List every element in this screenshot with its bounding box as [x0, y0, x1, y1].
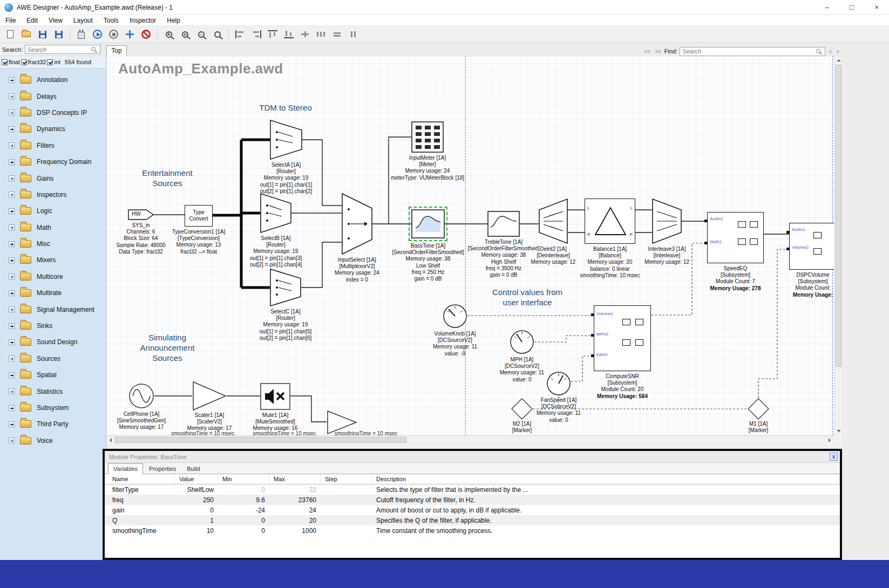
module-mute1[interactable]: Mute1 [1A][MuteSmoothed]Memory usage: 16 — [260, 383, 290, 410]
tab-variables[interactable]: Variables — [108, 463, 143, 474]
sidebar-item[interactable]: Sources — [0, 351, 106, 367]
module-trebletone[interactable]: TrebleTone [1A][SecondOrderFilterSmoothe… — [487, 211, 520, 237]
sidebar-item[interactable]: Signal Management — [0, 301, 106, 317]
sidebar-item[interactable]: Delays — [0, 88, 106, 104]
find-next-all-button[interactable]: >> — [654, 48, 662, 55]
table-row[interactable]: freq 250 9.6 23760 Cutoff frequency of t… — [105, 495, 840, 505]
expand-plus-icon[interactable] — [9, 126, 15, 132]
module-m2-marker[interactable]: M2 [1A][Marker] — [511, 398, 533, 420]
cell-value[interactable]: 1 — [175, 515, 218, 525]
module-interleave3[interactable]: Interleave3 [1A][Interleave]Memory usage… — [652, 199, 682, 244]
tab-properties[interactable]: Properties — [144, 464, 181, 474]
menu-item[interactable]: View — [43, 16, 68, 25]
module-dspcvolume-subsystem[interactable]: Audio1 Volume2 DSPCVolume[Subsystem]Modu… — [789, 223, 837, 270]
sidebar-item[interactable]: Multicore — [0, 269, 106, 285]
align-bottom-icon[interactable] — [281, 28, 296, 42]
expand-plus-icon[interactable] — [9, 437, 15, 443]
module-fanspeed[interactable]: FanSpeed [1A][DCSourceV2]Memory usage: 1… — [546, 371, 571, 396]
scroll-left-icon[interactable] — [106, 436, 114, 443]
expand-plus-icon[interactable] — [9, 323, 15, 329]
tab-build[interactable]: Build — [182, 464, 205, 474]
menu-item[interactable]: Help — [161, 16, 186, 25]
stop-icon[interactable] — [106, 28, 121, 42]
expand-plus-icon[interactable] — [9, 142, 15, 148]
expand-plus-icon[interactable] — [9, 241, 15, 247]
run-icon[interactable] — [90, 28, 105, 42]
module-typeconversion1[interactable]: TypeConvert TypeConversion1 [1A][TypeCon… — [185, 205, 213, 227]
expand-plus-icon[interactable] — [9, 421, 15, 427]
type-filter[interactable]: fract32 — [21, 59, 46, 65]
sidebar-item[interactable]: Frequency Domain — [0, 154, 106, 170]
expand-plus-icon[interactable] — [9, 372, 15, 378]
expand-plus-icon[interactable] — [9, 339, 15, 345]
zoom-out-icon[interactable] — [194, 28, 208, 42]
sidebar-item[interactable]: Gains — [0, 170, 106, 186]
vertical-scrollbar[interactable] — [834, 56, 842, 443]
module-selecta[interactable]: SelectA [1A][Router]Memory usage: 19out[… — [270, 120, 302, 160]
expand-plus-icon[interactable] — [9, 110, 15, 115]
open-folder-icon[interactable] — [19, 28, 33, 42]
new-file-icon[interactable] — [3, 28, 17, 42]
align-center-icon[interactable] — [297, 28, 312, 42]
horizontal-scrollbar[interactable] — [106, 435, 834, 443]
minimize-button[interactable]: – — [815, 0, 839, 15]
checkbox-checked-icon[interactable] — [47, 59, 53, 65]
expand-plus-icon[interactable] — [9, 192, 15, 197]
match-width-icon[interactable] — [330, 28, 344, 42]
search-input[interactable] — [25, 45, 100, 54]
module-inputselect[interactable]: InputSelect [1A][MultiplexorV2]Memory us… — [342, 193, 372, 255]
sidebar-item[interactable]: Math — [0, 220, 106, 236]
table-row[interactable]: smoothingTime 10 0 1000 Time constant of… — [105, 525, 840, 536]
sidebar-item[interactable]: Logic — [0, 203, 106, 219]
sidebar-item[interactable]: Mixers — [0, 252, 106, 268]
save-icon[interactable] — [35, 28, 50, 42]
halt-icon[interactable] — [139, 28, 153, 42]
sidebar-item[interactable]: Multirate — [0, 285, 106, 301]
checkbox-checked-icon[interactable] — [21, 59, 27, 65]
table-row[interactable]: Q 1 0 20 Specifies the Q of the filter, … — [105, 515, 840, 525]
cell-value[interactable]: ShelfLow — [175, 484, 218, 495]
match-height-icon[interactable] — [346, 28, 361, 42]
module-selectb[interactable]: SelectB [1A][Router]Memory usage: 19out[… — [260, 193, 291, 233]
align-top-icon[interactable] — [265, 28, 280, 42]
find-next-button[interactable]: > — [835, 48, 840, 55]
zoom-fit-icon[interactable] — [178, 28, 192, 42]
expand-plus-icon[interactable] — [9, 274, 15, 279]
module-selectc[interactable]: SelectC [1A][Router]Memory usage: 19out[… — [270, 269, 301, 306]
expand-plus-icon[interactable] — [9, 290, 15, 296]
sidebar-item[interactable]: Statistics — [0, 383, 106, 399]
sidebar-item[interactable]: Subsystem — [0, 400, 106, 416]
expand-plus-icon[interactable] — [9, 405, 15, 411]
sidebar-item[interactable]: Dynamics — [0, 121, 106, 137]
module-m1-marker[interactable]: M1 [1A][Marker] — [748, 398, 769, 420]
align-left-icon[interactable] — [233, 28, 247, 42]
sidebar-item[interactable]: Annotation — [0, 72, 106, 88]
cell-value[interactable]: 10 — [175, 525, 218, 536]
properties-header[interactable]: Module Properties: BassTone x — [105, 451, 840, 463]
expand-plus-icon[interactable] — [9, 175, 15, 181]
module-sys-in[interactable]: HW SYS_inChannels: 6Block Size: 64Sample… — [128, 209, 154, 220]
type-filter[interactable]: float — [2, 59, 20, 65]
scroll-down-icon[interactable] — [834, 427, 842, 435]
zoom-in-icon[interactable] — [161, 28, 176, 42]
tab-top[interactable]: Top — [106, 45, 127, 56]
module-basstone-selected[interactable]: BassTone [1A][SecondOrderFilterSmoothed]… — [411, 209, 445, 238]
sidebar-item[interactable]: Misc — [0, 236, 106, 252]
find-prev-button[interactable]: < — [827, 48, 833, 55]
module-speedeq-subsystem[interactable]: Audio1 SNR2 SpeedEQ[Subsystem]Module Cou… — [707, 212, 764, 263]
module-computesnr-subsystem[interactable]: Volume1 MPH2 FAN3 ComputeSNR[Subsystem]M… — [594, 305, 651, 371]
scroll-up-icon[interactable] — [834, 56, 842, 64]
sidebar-item[interactable]: Spatial — [0, 367, 106, 383]
table-row[interactable]: gain 0 -24 24 Amount of boost or cut to … — [105, 505, 840, 515]
module-balance1[interactable]: L R L R Balance1 [1A][Balance]Memory usa… — [585, 199, 635, 244]
expand-plus-icon[interactable] — [9, 208, 15, 214]
sidebar-item[interactable]: Inspectors — [0, 187, 106, 203]
tuning-icon[interactable] — [123, 28, 137, 42]
type-filter[interactable]: int — [47, 59, 60, 65]
sidebar-item[interactable]: Filters — [0, 138, 106, 154]
sidebar-item[interactable]: Sinks — [0, 318, 106, 334]
expand-plus-icon[interactable] — [9, 224, 15, 230]
close-button[interactable]: × — [864, 0, 889, 15]
module-volumeknob[interactable]: VolumeKnob [1A][DCSourceV2]Memory usage:… — [443, 304, 467, 329]
scroll-right-icon[interactable] — [826, 436, 834, 443]
